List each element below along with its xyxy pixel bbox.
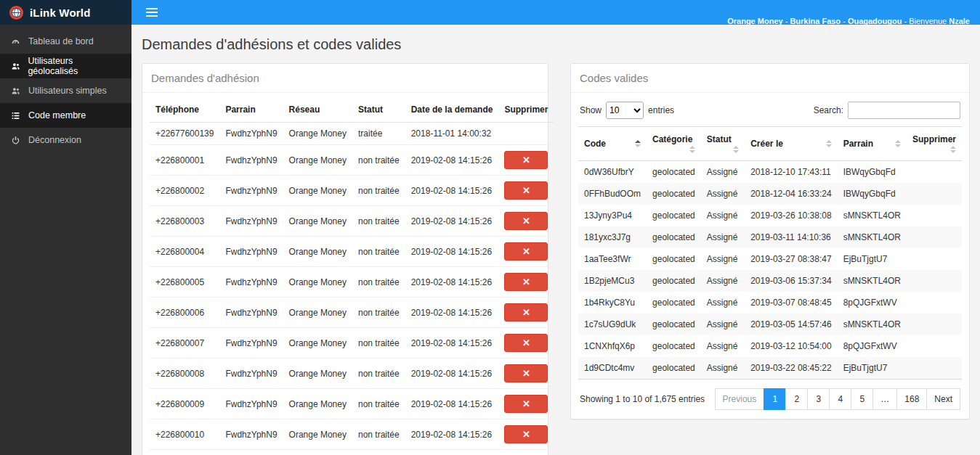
code-statut: Assigné xyxy=(701,313,745,335)
code-cree-le: 2019-03-06 15:37:34 xyxy=(745,270,837,292)
code-value: 1CNXhfqX6p xyxy=(578,335,647,357)
delete-request-button[interactable]: ✕ xyxy=(504,334,548,352)
delete-request-button[interactable]: ✕ xyxy=(504,303,548,321)
sidebar-item-utilisateurs-geolocalises[interactable]: Utilisateurs géolocalisés xyxy=(0,54,131,78)
request-action-cell: ✕ xyxy=(498,123,554,145)
request-parrain: FwdhzYphN9 xyxy=(219,389,283,419)
request-action-cell: ✕ xyxy=(498,450,554,455)
code-parrain: IBWqyGbqFd xyxy=(838,183,907,205)
pagination-button[interactable]: Next xyxy=(926,388,960,410)
requests-column-header: Parrain xyxy=(219,97,283,123)
request-statut: non traitée xyxy=(352,419,405,450)
code-value: 1d9CDtc4mv xyxy=(578,357,647,380)
request-date: 2019-02-08 14:15:26 xyxy=(405,237,499,267)
request-reseau: Orange Money xyxy=(283,206,352,237)
requests-panel: Demandes d'adhésion TéléphoneParrainRése… xyxy=(142,63,548,455)
sidebar-nav: Tableau de bord Utilisateurs géolocalisé… xyxy=(0,29,131,152)
code-categorie: geolocated xyxy=(647,161,701,184)
request-reseau: Orange Money xyxy=(283,176,352,206)
request-statut: non traitée xyxy=(352,145,405,176)
request-telephone: +226800002 xyxy=(150,176,219,206)
pagination-button[interactable]: 3 xyxy=(807,388,830,410)
request-parrain: FwdhzYphN9 xyxy=(219,419,283,450)
code-value: 0FFhBudOOm xyxy=(578,183,647,205)
requests-column-header: Date de la demande xyxy=(405,97,499,123)
pagination-button[interactable]: 168 xyxy=(896,388,927,410)
request-statut: non traitée xyxy=(352,267,405,298)
codes-column-header[interactable]: Code xyxy=(578,127,647,161)
power-icon xyxy=(10,136,21,145)
code-value: 1aaTee3fWr xyxy=(578,248,647,270)
request-row: +226800004 FwdhzYphN9 Orange Money non t… xyxy=(150,237,554,267)
code-row: 1d9CDtc4mv geolocated Assigné 2019-03-22… xyxy=(578,357,962,380)
request-statut: non traitée xyxy=(352,237,405,267)
request-action-cell: ✕ xyxy=(498,419,554,450)
pagination-button[interactable]: … xyxy=(872,388,897,410)
request-telephone: +226800005 xyxy=(150,267,219,298)
brand-link[interactable]: iLink World xyxy=(0,0,131,25)
request-action-cell: ✕ xyxy=(498,298,554,328)
codes-column-header[interactable]: Créer le xyxy=(745,127,837,161)
sidebar-item-utilisateurs-simples[interactable]: Utilisateurs simples xyxy=(0,78,131,103)
request-row: +226800330 FwdhzYphN9 Orange Money non t… xyxy=(150,450,554,455)
sidebar-toggle-button[interactable] xyxy=(142,4,162,21)
code-statut: Assigné xyxy=(701,183,745,205)
users-icon xyxy=(10,86,21,96)
sidebar-item-code-membre[interactable]: Code membre xyxy=(0,103,131,128)
page-size-select[interactable]: 10 xyxy=(606,102,644,119)
request-statut: non traitée xyxy=(352,176,405,206)
requests-column-header: Supprimer xyxy=(498,97,554,123)
codes-column-header[interactable]: Catégorie xyxy=(647,127,701,161)
delete-request-button[interactable]: ✕ xyxy=(504,364,548,382)
x-icon: ✕ xyxy=(522,246,530,257)
pagination-button[interactable]: 1 xyxy=(764,388,786,410)
requests-table: TéléphoneParrainRéseauStatutDate de la d… xyxy=(150,97,554,455)
delete-request-button[interactable]: ✕ xyxy=(504,395,548,413)
code-row: 0dW36UfbrY geolocated Assigné 2018-12-10… xyxy=(578,161,962,184)
code-categorie: geolocated xyxy=(647,335,701,357)
request-action-cell: ✕ xyxy=(498,176,554,206)
code-categorie: geolocated xyxy=(647,248,701,270)
request-date: 2019-02-08 14:15:26 xyxy=(405,358,499,389)
codes-column-label: Catégorie xyxy=(652,134,692,144)
delete-request-button[interactable]: ✕ xyxy=(504,273,548,291)
delete-request-button[interactable]: ✕ xyxy=(504,181,548,200)
code-value: 1c7sUG9dUk xyxy=(578,313,647,335)
codes-column-header[interactable]: Statut xyxy=(701,127,745,161)
code-action-cell xyxy=(907,248,962,270)
codes-column-header[interactable]: Parrain xyxy=(838,127,907,161)
pagination-button[interactable]: Previous xyxy=(715,388,765,410)
delete-request-button[interactable]: ✕ xyxy=(504,212,548,230)
pagination-button[interactable]: 4 xyxy=(829,388,851,410)
code-parrain: sMNSKTL4OR xyxy=(838,205,907,226)
pagination-button[interactable]: 5 xyxy=(851,388,873,410)
delete-request-button[interactable]: ✕ xyxy=(504,151,548,169)
request-parrain: FwdhzYphN9 xyxy=(219,328,283,358)
request-statut: non traitée xyxy=(352,206,405,237)
request-reseau: Orange Money xyxy=(283,419,352,450)
pagination-button[interactable]: 2 xyxy=(785,388,808,410)
code-cree-le: 2019-03-12 10:54:00 xyxy=(745,335,837,357)
code-value: 0dW36UfbrY xyxy=(578,161,647,184)
sidebar-item-deconnexion[interactable]: Déconnexion xyxy=(0,128,131,152)
code-parrain: IBWqyGbqFd xyxy=(838,161,907,184)
code-action-cell xyxy=(907,357,962,380)
request-date: 2019-02-08 14:15:26 xyxy=(405,328,499,358)
code-parrain: 8pQJGFxtWV xyxy=(838,335,907,357)
sort-icon xyxy=(826,140,832,147)
code-cree-le: 2018-12-10 17:43:11 xyxy=(745,161,837,184)
search-input[interactable] xyxy=(848,102,960,119)
topbar: iLink World Orange Money - Burkina Faso … xyxy=(0,0,980,25)
code-parrain: EjBuTjgtU7 xyxy=(838,357,907,380)
delete-request-button[interactable]: ✕ xyxy=(504,425,548,443)
pagination: Previous12345…168Next xyxy=(716,388,960,410)
entries-label: entries xyxy=(648,105,674,115)
brand-name: iLink World xyxy=(30,7,91,19)
sort-icon xyxy=(895,140,901,147)
sidebar-item-tableau-de-bord[interactable]: Tableau de bord xyxy=(0,29,131,54)
delete-request-button[interactable]: ✕ xyxy=(504,242,548,261)
sidebar-item-label: Utilisateurs géolocalisés xyxy=(28,56,121,76)
request-date: 2019-02-08 14:15:26 xyxy=(405,206,499,237)
codes-column-header[interactable]: Supprimer xyxy=(907,127,962,161)
code-value: 181yxc3J7g xyxy=(578,226,647,248)
